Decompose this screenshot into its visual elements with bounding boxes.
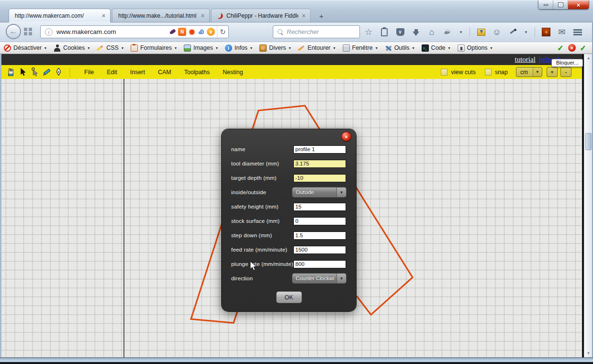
bookmark-star-icon[interactable]: ☆ [364, 27, 373, 37]
fly-addon-icon[interactable] [443, 27, 452, 37]
target-depth-input[interactable] [293, 174, 346, 182]
tab-makercam[interactable]: http://www.makercam.com/ × [9, 9, 111, 22]
name-input[interactable] [293, 145, 346, 154]
scroll-down-button[interactable]: ▼ [584, 349, 593, 357]
select-arrow-icon[interactable]: ▼ [533, 67, 542, 77]
field-label: stock surface (mm) [231, 218, 293, 224]
maximize-button[interactable] [553, 0, 568, 9]
validation-error-icon[interactable]: × [568, 44, 576, 52]
plunge-rate-input[interactable] [293, 260, 346, 268]
devbar-validation-icons: ✓ × ✓ [557, 44, 593, 53]
link-help[interactable]: help [539, 55, 551, 64]
menu-hamburger-icon[interactable] [573, 27, 582, 37]
bookmarks-menu-icon[interactable] [380, 27, 389, 37]
feed-rate-input[interactable] [293, 246, 346, 254]
inside-outside-select[interactable]: Outside ▼ [292, 188, 346, 197]
zoom-out-button[interactable]: - [560, 67, 571, 77]
menu-toolpaths[interactable]: Toolpaths [184, 69, 210, 76]
mail-icon[interactable]: ✉ [557, 27, 567, 37]
fly-icon [444, 29, 451, 35]
search-input[interactable] [287, 28, 359, 35]
caret-down-icon: ▾ [334, 46, 336, 50]
devbar-item-code[interactable]: >_Code▾ [422, 44, 450, 52]
window-icon [343, 44, 350, 52]
fly-dropdown-caret-icon[interactable]: ▾ [459, 27, 463, 37]
swirl-plugin-icon[interactable]: Ꮿ [197, 28, 205, 36]
box-arrow-icon [477, 29, 485, 36]
smiley-plugin-icon[interactable]: ∨ [207, 28, 215, 36]
dialog-close-button[interactable]: × [342, 132, 351, 141]
address-bar[interactable]: i www.makercam.com N Ꮿ ∨ ↻ [40, 25, 229, 38]
pan-hand-tool-icon[interactable] [6, 67, 15, 77]
devbar-item-outline[interactable]: Entourer▾ [298, 44, 336, 52]
scroll-up-button[interactable]: ▲ [584, 54, 593, 62]
tab-close-icon[interactable]: × [102, 13, 105, 18]
new-tab-button[interactable]: + [315, 11, 327, 21]
ok-button[interactable]: OK [277, 292, 302, 303]
tab-close-icon[interactable]: × [302, 13, 305, 18]
pocket-icon[interactable]: ∨ [395, 27, 405, 37]
menu-nesting[interactable]: Nesting [223, 69, 243, 76]
scrollbar-thumb[interactable] [585, 133, 592, 150]
snap-checkbox[interactable] [485, 69, 492, 76]
tab-tutorial[interactable]: http://www.make.../tutorial.html × [112, 9, 210, 22]
reload-button[interactable]: ↻ [217, 26, 228, 37]
menu-insert[interactable]: Insert [130, 69, 145, 76]
devbar-item-css[interactable]: CSS▾ [97, 44, 123, 52]
addon-red-square-icon[interactable]: ✳ [541, 27, 551, 37]
eyedropper-dropdown-caret-icon[interactable]: ▾ [524, 27, 528, 37]
pencil-tool-icon[interactable] [42, 67, 51, 77]
units-select[interactable]: cm ▼ [516, 67, 542, 77]
close-window-button[interactable]: × [568, 0, 589, 9]
minimize-icon [544, 4, 548, 6]
menu-cam[interactable]: CAM [158, 69, 171, 76]
devbar-item-forms[interactable]: Formulaires▾ [131, 44, 177, 52]
devbar-item-images[interactable]: Images▾ [184, 44, 218, 52]
step-down-input[interactable] [293, 232, 346, 240]
tab-close-icon[interactable]: × [201, 13, 204, 18]
eggplant-plugin-icon[interactable] [168, 28, 177, 36]
validate-check-icon[interactable]: ✓ [580, 44, 586, 53]
devbar-item-cookies[interactable]: Cookies▾ [54, 44, 90, 52]
devbar-item-misc[interactable]: Divers▾ [259, 44, 291, 52]
back-button[interactable]: ← [6, 24, 21, 39]
url-text[interactable]: www.makercam.com [56, 28, 168, 35]
vertical-scrollbar[interactable]: ▲ ▼ [584, 54, 592, 357]
chat-smiley-icon[interactable]: ☺ [492, 27, 502, 37]
menu-file[interactable]: File [84, 69, 94, 76]
search-box[interactable] [273, 25, 360, 38]
tab-title: http://www.make.../tutorial.html [118, 12, 197, 19]
select-tool-icon[interactable] [18, 67, 27, 77]
stock-surface-input[interactable] [293, 217, 346, 225]
site-identity-icon[interactable]: i [45, 28, 53, 36]
pen-tool-icon[interactable] [54, 67, 63, 77]
menu-edit[interactable]: Edit [107, 69, 117, 76]
zoom-in-button[interactable]: + [547, 67, 558, 77]
eyedropper-icon[interactable] [508, 27, 517, 37]
select-arrow-icon[interactable]: ▼ [336, 274, 346, 283]
devbar-item-options[interactable]: Options▾ [458, 44, 492, 52]
field-row-plunge-rate: plunge rate (mm/minute) [222, 257, 356, 271]
dropper-icon [509, 28, 516, 36]
select-arrow-icon[interactable]: ▼ [336, 188, 346, 197]
tab-groups-icon[interactable] [24, 28, 32, 35]
target-plugin-icon[interactable] [188, 28, 196, 36]
home-icon[interactable]: ⌂ [427, 27, 436, 37]
devbar-item-disable[interactable]: Désactiver▾ [4, 44, 46, 52]
downloadhelper-icon[interactable] [476, 27, 486, 37]
view-cuts-checkbox[interactable] [441, 69, 448, 76]
minimize-button[interactable] [538, 0, 553, 9]
safety-height-input[interactable] [293, 203, 346, 211]
tab-chilipeppr[interactable]: ChiliPeppr - Hardware Fiddle × [211, 9, 311, 22]
tool-diameter-input[interactable] [293, 160, 346, 168]
devbar-label: Options [467, 44, 488, 51]
devbar-item-tools[interactable]: Outils▾ [385, 44, 414, 52]
zigzag-plugin-icon[interactable]: N [178, 28, 186, 36]
downloads-icon[interactable] [411, 27, 421, 37]
link-tutorial[interactable]: tutorial [515, 55, 536, 64]
direct-select-tool-icon[interactable] [30, 67, 39, 77]
devbar-item-info[interactable]: iInfos▾ [225, 44, 252, 52]
devbar-item-window[interactable]: Fenêtre▾ [343, 44, 378, 52]
validate-check-icon[interactable]: ✓ [557, 44, 563, 53]
direction-select[interactable]: Counter Clockwi ▼ [292, 274, 346, 283]
